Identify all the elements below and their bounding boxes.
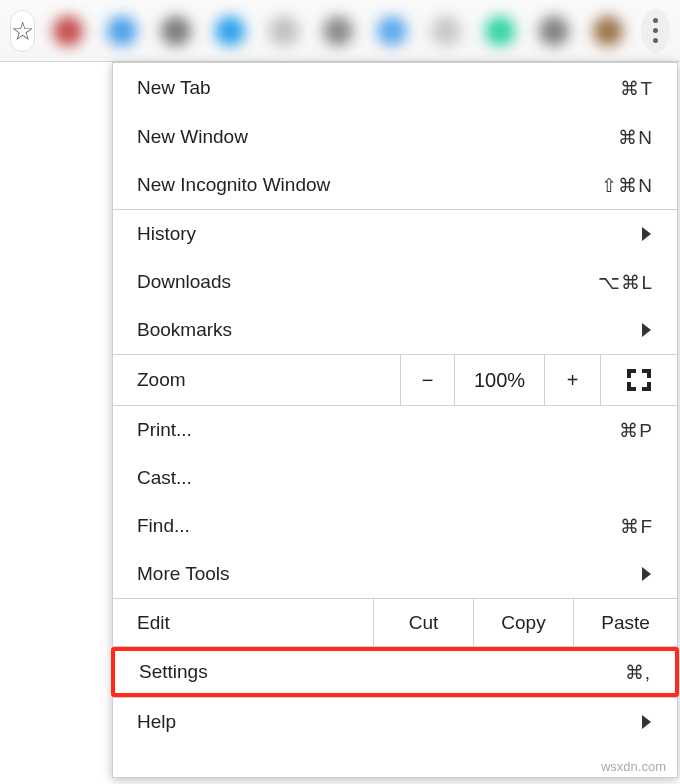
zoom-level-text: 100%	[454, 355, 544, 405]
submenu-arrow-icon	[642, 323, 651, 337]
extension-icon[interactable]	[539, 16, 569, 46]
extension-icon[interactable]	[107, 16, 137, 46]
extension-icon[interactable]	[161, 16, 191, 46]
browser-toolbar: ☆	[0, 0, 680, 62]
fullscreen-button[interactable]	[600, 355, 677, 405]
kebab-dot-icon	[653, 18, 658, 23]
menu-item-label: Print...	[137, 419, 619, 441]
shortcut-text: ⌘T	[620, 77, 653, 100]
star-icon: ☆	[11, 18, 34, 44]
menu-item-cast[interactable]: Cast...	[113, 454, 677, 502]
menu-item-label: More Tools	[137, 563, 642, 585]
menu-item-new-tab[interactable]: New Tab ⌘T	[113, 63, 677, 113]
menu-item-label: New Tab	[137, 77, 620, 99]
extension-icon[interactable]	[377, 16, 407, 46]
menu-item-bookmarks[interactable]: Bookmarks	[113, 306, 677, 354]
extension-icons-row	[53, 16, 623, 46]
menu-item-label: Cast...	[137, 467, 653, 489]
menu-item-label: Settings	[139, 661, 625, 683]
shortcut-text: ⌘P	[619, 419, 653, 442]
extension-icon[interactable]	[431, 16, 461, 46]
bookmark-star-button[interactable]: ☆	[10, 10, 35, 52]
menu-item-settings[interactable]: Settings ⌘,	[111, 647, 679, 697]
menu-item-label: New Window	[137, 126, 618, 148]
menu-item-label: Find...	[137, 515, 620, 537]
extension-icon[interactable]	[485, 16, 515, 46]
menu-row-edit: Edit Cut Copy Paste	[113, 598, 677, 647]
edit-label: Edit	[113, 599, 373, 646]
menu-item-new-incognito[interactable]: New Incognito Window ⇧⌘N	[113, 161, 677, 209]
extension-icon[interactable]	[215, 16, 245, 46]
shortcut-text: ⌘,	[625, 661, 651, 684]
kebab-dot-icon	[653, 28, 658, 33]
menu-item-more-tools[interactable]: More Tools	[113, 550, 677, 598]
shortcut-text: ⌥⌘L	[598, 271, 653, 294]
menu-item-label: Downloads	[137, 271, 598, 293]
menu-item-label: Bookmarks	[137, 319, 642, 341]
extension-icon[interactable]	[53, 16, 83, 46]
shortcut-text: ⌘F	[620, 515, 653, 538]
main-menu-panel: New Tab ⌘T New Window ⌘N New Incognito W…	[112, 62, 678, 778]
menu-item-new-window[interactable]: New Window ⌘N	[113, 113, 677, 161]
extension-icon[interactable]	[323, 16, 353, 46]
menu-item-history[interactable]: History	[113, 210, 677, 258]
menu-item-print[interactable]: Print... ⌘P	[113, 406, 677, 454]
menu-item-label: New Incognito Window	[137, 174, 601, 196]
extension-icon[interactable]	[269, 16, 299, 46]
edit-copy-button[interactable]: Copy	[473, 599, 573, 646]
kebab-dot-icon	[653, 38, 658, 43]
menu-item-label: Help	[137, 711, 642, 733]
menu-item-find[interactable]: Find... ⌘F	[113, 502, 677, 550]
submenu-arrow-icon	[642, 567, 651, 581]
fullscreen-icon	[627, 369, 651, 391]
menu-item-help[interactable]: Help	[113, 698, 677, 746]
zoom-out-button[interactable]: −	[400, 355, 454, 405]
menu-row-zoom: Zoom − 100% +	[113, 354, 677, 406]
edit-cut-button[interactable]: Cut	[373, 599, 473, 646]
menu-item-downloads[interactable]: Downloads ⌥⌘L	[113, 258, 677, 306]
extension-icon[interactable]	[593, 16, 623, 46]
zoom-label: Zoom	[113, 355, 400, 405]
submenu-arrow-icon	[642, 715, 651, 729]
edit-paste-button[interactable]: Paste	[573, 599, 677, 646]
zoom-in-button[interactable]: +	[544, 355, 600, 405]
main-menu-button[interactable]	[641, 9, 670, 53]
shortcut-text: ⌘N	[618, 126, 653, 149]
shortcut-text: ⇧⌘N	[601, 174, 653, 197]
menu-item-label: History	[137, 223, 642, 245]
submenu-arrow-icon	[642, 227, 651, 241]
